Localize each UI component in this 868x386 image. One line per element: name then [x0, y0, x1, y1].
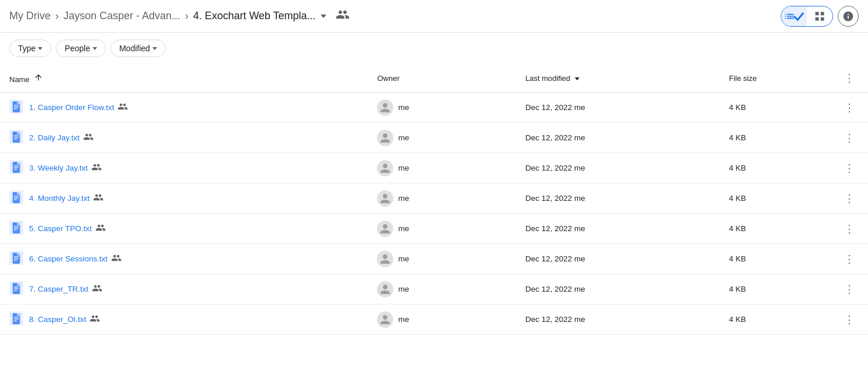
- owner-avatar: [377, 190, 393, 207]
- size-cell: 4 KB: [722, 153, 833, 183]
- info-button[interactable]: [838, 6, 859, 27]
- table-row: 7. Casper_TR.txt me Dec 12, 2022 me4 KB⋮: [0, 274, 868, 304]
- file-name[interactable]: 2. Daily Jay.txt: [29, 132, 94, 144]
- owner-avatar: [377, 130, 393, 146]
- shared-users-icon[interactable]: [336, 8, 350, 24]
- owner-avatar: [377, 100, 393, 116]
- owner-cell: me: [377, 221, 511, 237]
- owner-label: me: [398, 164, 409, 172]
- modified-cell: Dec 12, 2022 me: [518, 153, 722, 183]
- name-sort-icon: [34, 73, 43, 82]
- modified-cell: Dec 12, 2022 me: [518, 304, 722, 335]
- owner-cell: me: [377, 251, 511, 267]
- row-more-button[interactable]: ⋮: [840, 250, 859, 268]
- type-filter-chevron-icon: [38, 47, 42, 50]
- row-more-button[interactable]: ⋮: [840, 189, 859, 208]
- owner-cell: me: [377, 281, 511, 298]
- row-more-button[interactable]: ⋮: [840, 310, 859, 329]
- modified-filter-label: Modified: [119, 44, 150, 53]
- grid-view-button[interactable]: [807, 6, 833, 26]
- people-filter-chevron-icon: [93, 47, 97, 50]
- file-name[interactable]: 7. Casper_TR.txt: [29, 283, 102, 296]
- shared-icon: [90, 313, 100, 326]
- size-cell: 4 KB: [722, 123, 833, 153]
- table-row: 2. Daily Jay.txt me Dec 12, 2022 me4 KB⋮: [0, 123, 868, 153]
- breadcrumb-dropdown-icon[interactable]: [321, 15, 326, 18]
- owner-label: me: [398, 133, 409, 142]
- row-more-button[interactable]: ⋮: [840, 219, 859, 238]
- shared-icon: [91, 162, 102, 175]
- table-header-row: Name Owner Last modified File size ⋮: [0, 64, 868, 93]
- owner-label: me: [398, 103, 409, 112]
- list-view-button[interactable]: [781, 6, 807, 26]
- shared-icon: [92, 283, 102, 296]
- type-filter-label: Type: [18, 44, 35, 53]
- view-toggle: [781, 6, 833, 27]
- file-icon: [9, 160, 23, 176]
- table-row: 4. Monthly Jay.txt me Dec 12, 2022 me4 K…: [0, 183, 868, 214]
- modified-cell: Dec 12, 2022 me: [518, 214, 722, 244]
- breadcrumb: My Drive › Jayson Casper - Advan... › 4.…: [9, 8, 781, 24]
- header: My Drive › Jayson Casper - Advan... › 4.…: [0, 0, 868, 33]
- owner-avatar: [377, 311, 393, 328]
- people-filter-button[interactable]: People: [56, 40, 106, 57]
- col-header-name[interactable]: Name: [0, 64, 370, 93]
- modified-filter-button[interactable]: Modified: [111, 40, 166, 57]
- breadcrumb-sep-2: ›: [183, 10, 191, 22]
- owner-label: me: [398, 254, 409, 263]
- modified-cell: Dec 12, 2022 me: [518, 274, 722, 304]
- shared-icon: [118, 101, 128, 114]
- col-header-size: File size: [722, 64, 833, 93]
- table-more-button[interactable]: ⋮: [840, 69, 859, 87]
- owner-avatar: [377, 281, 393, 298]
- file-name[interactable]: 6. Casper Sessions.txt: [29, 253, 122, 265]
- file-icon: [9, 190, 23, 206]
- shared-icon: [83, 132, 94, 144]
- file-icon: [9, 281, 23, 297]
- modified-cell: Dec 12, 2022 me: [518, 123, 722, 153]
- row-more-button[interactable]: ⋮: [840, 98, 859, 117]
- row-more-button[interactable]: ⋮: [840, 129, 859, 147]
- header-icons: [781, 6, 859, 27]
- filter-bar: Type People Modified: [0, 33, 868, 64]
- owner-cell: me: [377, 160, 511, 176]
- shared-icon: [111, 253, 122, 265]
- owner-cell: me: [377, 190, 511, 207]
- size-cell: 4 KB: [722, 244, 833, 274]
- file-icon: [9, 251, 23, 267]
- table-row: 5. Casper TPO.txt me Dec 12, 2022 me4 KB…: [0, 214, 868, 244]
- breadcrumb-current: 4. Exochart Web Templa...: [193, 10, 326, 22]
- size-cell: 4 KB: [722, 93, 833, 123]
- file-name[interactable]: 8. Casper_OI.txt: [29, 313, 100, 326]
- table-row: 8. Casper_OI.txt me Dec 12, 2022 me4 KB⋮: [0, 304, 868, 335]
- file-name[interactable]: 4. Monthly Jay.txt: [29, 192, 104, 205]
- col-header-more: ⋮: [833, 64, 868, 93]
- owner-label: me: [398, 285, 409, 293]
- file-icon: [9, 100, 23, 115]
- owner-avatar: [377, 160, 393, 176]
- type-filter-button[interactable]: Type: [9, 40, 51, 57]
- table-row: 6. Casper Sessions.txt me Dec 12, 2022 m…: [0, 244, 868, 274]
- breadcrumb-jayson-casper[interactable]: Jayson Casper - Advan...: [63, 10, 180, 22]
- modified-cell: Dec 12, 2022 me: [518, 183, 722, 214]
- file-name[interactable]: 5. Casper TPO.txt: [29, 222, 106, 235]
- breadcrumb-sep-1: ›: [53, 10, 61, 22]
- file-icon: [9, 130, 23, 146]
- file-name[interactable]: 1. Casper Order Flow.txt: [29, 101, 128, 114]
- owner-cell: me: [377, 311, 511, 328]
- owner-cell: me: [377, 130, 511, 146]
- size-cell: 4 KB: [722, 183, 833, 214]
- shared-icon: [95, 222, 106, 235]
- size-cell: 4 KB: [722, 274, 833, 304]
- breadcrumb-my-drive[interactable]: My Drive: [9, 10, 51, 22]
- owner-label: me: [398, 194, 409, 203]
- size-cell: 4 KB: [722, 304, 833, 335]
- owner-avatar: [377, 221, 393, 237]
- col-header-modified[interactable]: Last modified: [518, 64, 722, 93]
- file-name[interactable]: 3. Weekly Jay.txt: [29, 162, 102, 175]
- shared-icon: [93, 192, 104, 205]
- row-more-button[interactable]: ⋮: [840, 280, 859, 299]
- row-more-button[interactable]: ⋮: [840, 159, 859, 178]
- modified-filter-chevron-icon: [152, 47, 157, 50]
- modified-cell: Dec 12, 2022 me: [518, 244, 722, 274]
